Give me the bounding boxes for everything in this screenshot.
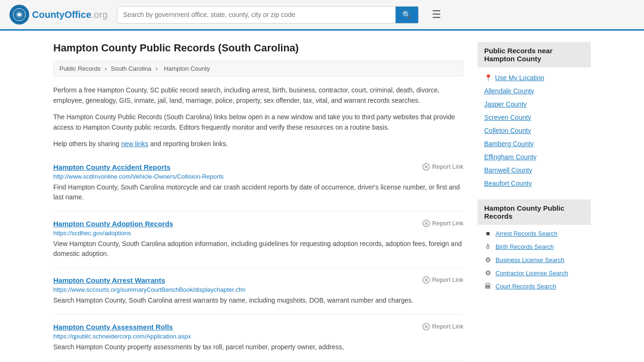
- nearby-county-link[interactable]: Colleton County: [484, 127, 531, 134]
- record-type-icon: ⚙: [484, 256, 492, 263]
- record-type-icon: 🕯: [484, 243, 492, 250]
- nearby-county-link[interactable]: Beaufort County: [484, 180, 532, 187]
- nearby-county-item[interactable]: Bamberg County: [478, 137, 591, 150]
- record-header: Hampton County Assessment Rolls Report L…: [53, 323, 463, 331]
- breadcrumb: Public Records › South Carolina › Hampto…: [53, 61, 463, 76]
- public-record-link-item[interactable]: ■ Arrest Records Search: [478, 227, 591, 240]
- breadcrumb-south-carolina[interactable]: South Carolina: [111, 65, 151, 72]
- public-records-links: ■ Arrest Records Search 🕯 Birth Records …: [478, 227, 591, 293]
- description-2: The Hampton County Public Records (South…: [53, 112, 463, 133]
- breadcrumb-current: Hampton County: [164, 65, 210, 72]
- record-desc: View Hampton County, South Carolina adop…: [53, 239, 463, 259]
- nearby-county-link[interactable]: Barnwell County: [484, 166, 532, 174]
- public-record-link-item[interactable]: ⚙ Business License Search: [478, 253, 591, 266]
- site-header: CountyOffice.org 🔍 ☰: [0, 0, 644, 31]
- logo-link[interactable]: CountyOffice.org: [9, 5, 107, 25]
- menu-icon[interactable]: ☰: [432, 8, 441, 21]
- record-desc: Search Hampton County, South Carolina ar…: [53, 296, 463, 305]
- nearby-county-link[interactable]: Screven County: [484, 114, 531, 121]
- svg-point-2: [18, 13, 21, 16]
- search-button[interactable]: 🔍: [396, 7, 418, 23]
- record-type-icon: ⚙: [484, 269, 492, 277]
- nearby-section: Public Records near Hampton County 📍 Use…: [478, 42, 591, 190]
- public-records-header: Hampton County Public Records: [478, 199, 591, 225]
- record-title[interactable]: Hampton County Accident Reports: [53, 163, 171, 171]
- public-record-link-item[interactable]: ⚙ Contractor License Search: [478, 266, 591, 280]
- location-icon: 📍: [484, 74, 492, 82]
- search-bar: 🔍: [117, 6, 419, 24]
- record-item: Hampton County Assessment Rolls Report L…: [53, 314, 463, 361]
- record-url[interactable]: http://www.scdmvonline.com/Vehicle-Owner…: [53, 173, 463, 180]
- new-links-link[interactable]: new links: [121, 140, 149, 148]
- record-type-icon: ■: [484, 230, 492, 237]
- nearby-county-link[interactable]: Bamberg County: [484, 140, 534, 148]
- record-item: Hampton County Accident Reports Report L…: [53, 155, 463, 211]
- page-title: Hampton County Public Records (South Car…: [53, 42, 463, 54]
- nearby-county-item[interactable]: Jasper County: [478, 98, 591, 111]
- record-title[interactable]: Hampton County Arrest Warrants: [53, 276, 165, 284]
- record-desc: Search Hampton County property assessmen…: [53, 342, 463, 352]
- nearby-county-item[interactable]: Beaufort County: [478, 177, 591, 190]
- main-container: Hampton County Public Records (South Car…: [44, 31, 600, 362]
- report-icon: [422, 323, 430, 330]
- use-my-location-link[interactable]: Use My Location: [495, 74, 544, 82]
- record-title[interactable]: Hampton County Adoption Records: [53, 220, 173, 228]
- public-record-link-item[interactable]: 🏛 Court Records Search: [478, 280, 591, 293]
- record-url[interactable]: https://scdhec.gov/adoptions: [53, 230, 463, 237]
- public-record-link[interactable]: Business License Search: [495, 256, 564, 263]
- public-record-link[interactable]: Birth Records Search: [495, 243, 554, 250]
- nearby-county-link[interactable]: Effingham County: [484, 153, 537, 161]
- record-type-icon: 🏛: [484, 282, 492, 290]
- nearby-county-item[interactable]: Colleton County: [478, 124, 591, 137]
- report-link[interactable]: Report Link: [422, 163, 463, 171]
- report-link[interactable]: Report Link: [422, 220, 463, 227]
- public-record-link[interactable]: Contractor License Search: [495, 270, 568, 277]
- description-3: Help others by sharing new links and rep…: [53, 139, 463, 149]
- record-item: Hampton County Adoption Records Report L…: [53, 211, 463, 268]
- record-url[interactable]: https://qpublic.schneidercorp.com/Applic…: [53, 333, 463, 340]
- report-icon: [422, 163, 430, 171]
- records-list: Hampton County Accident Reports Report L…: [53, 155, 463, 361]
- use-my-location[interactable]: 📍 Use My Location: [478, 71, 591, 84]
- public-record-link[interactable]: Arrest Records Search: [495, 230, 558, 237]
- public-record-link[interactable]: Court Records Search: [495, 283, 556, 290]
- sidebar: Public Records near Hampton County 📍 Use…: [478, 42, 591, 361]
- public-records-section: Hampton County Public Records ■ Arrest R…: [478, 199, 591, 293]
- record-url[interactable]: https://www.sccourts.org/summaryCourtBen…: [53, 286, 463, 293]
- report-icon: [422, 276, 430, 284]
- record-header: Hampton County Arrest Warrants Report Li…: [53, 276, 463, 284]
- record-header: Hampton County Adoption Records Report L…: [53, 220, 463, 228]
- record-item: Hampton County Arrest Warrants Report Li…: [53, 268, 463, 314]
- nearby-county-item[interactable]: Screven County: [478, 111, 591, 124]
- breadcrumb-public-records[interactable]: Public Records: [59, 65, 100, 72]
- record-title[interactable]: Hampton County Assessment Rolls: [53, 323, 173, 331]
- logo-icon: [9, 5, 29, 25]
- nearby-county-item[interactable]: Effingham County: [478, 150, 591, 164]
- description-1: Perform a free Hampton County, SC public…: [53, 85, 463, 106]
- report-icon: [422, 220, 430, 227]
- nearby-county-link[interactable]: Allendale County: [484, 87, 534, 95]
- record-header: Hampton County Accident Reports Report L…: [53, 163, 463, 171]
- report-link[interactable]: Report Link: [422, 276, 463, 284]
- logo-text: CountyOffice.org: [32, 9, 107, 20]
- content-area: Hampton County Public Records (South Car…: [53, 42, 463, 361]
- nearby-county-item[interactable]: Allendale County: [478, 84, 591, 98]
- report-link[interactable]: Report Link: [422, 323, 463, 330]
- nearby-county-item[interactable]: Barnwell County: [478, 164, 591, 177]
- nearby-header: Public Records near Hampton County: [478, 42, 591, 67]
- search-input[interactable]: [117, 7, 396, 23]
- record-desc: Find Hampton County, South Carolina moto…: [53, 182, 463, 202]
- nearby-county-link[interactable]: Jasper County: [484, 100, 527, 108]
- nearby-counties-list: Allendale CountyJasper CountyScreven Cou…: [478, 84, 591, 190]
- public-record-link-item[interactable]: 🕯 Birth Records Search: [478, 240, 591, 253]
